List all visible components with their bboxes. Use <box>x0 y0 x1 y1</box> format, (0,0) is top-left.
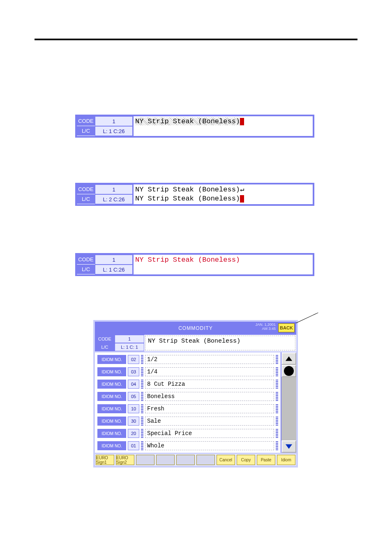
date-text: JAN. 1,2001 <box>255 322 276 327</box>
euro-sign1-button[interactable]: EURO Sign1 <box>96 455 114 465</box>
window-footer: EURO Sign1 EURO Sign2 Cancel Copy Paste … <box>95 453 296 466</box>
euro-sign2-button[interactable]: EURO Sign2 <box>116 455 134 465</box>
back-button[interactable]: BACK <box>278 323 295 332</box>
selected-text: NY Strip Steak (Boneless) <box>135 117 240 125</box>
text-cursor <box>240 195 244 203</box>
idiom-row[interactable]: IDIOM NO.10Fresh <box>97 403 278 415</box>
code-label: CODE <box>95 335 115 343</box>
idiom-no-label: IDIOM NO. <box>97 429 126 438</box>
idiom-text[interactable]: 1/4 <box>145 367 274 376</box>
edit-panel-2: CODE 1 L/C L: 2 C:26 NY Strip Steak (Bon… <box>75 183 314 206</box>
grip-icon <box>276 392 278 401</box>
idiom-no-label: IDIOM NO. <box>97 380 126 389</box>
text-cursor <box>240 118 244 125</box>
grip-icon <box>276 404 278 413</box>
text-line: NY Strip Steak (Boneless) <box>135 256 240 264</box>
paste-button[interactable]: Paste <box>257 455 275 465</box>
lc-label: L/C <box>77 265 95 274</box>
grip-icon <box>141 404 143 413</box>
footer-slot-empty <box>176 455 195 465</box>
svg-point-1 <box>284 366 294 376</box>
idiom-no-value: 04 <box>128 380 139 389</box>
grip-icon <box>276 380 278 389</box>
header-meta: CODE 1 L/C L: 1 C: 1 <box>95 335 144 351</box>
edit-panel-3: CODE 1 L/C L: 1 C:26 NY Strip Steak (Bon… <box>75 253 314 276</box>
idiom-row[interactable]: IDIOM NO.01Whole <box>97 440 278 452</box>
scroll-track[interactable] <box>281 377 296 440</box>
triangle-down-icon <box>285 444 293 449</box>
idiom-rows: IDIOM NO.021/2IDIOM NO.031/4IDIOM NO.048… <box>95 352 281 453</box>
idiom-no-value: 02 <box>128 355 139 364</box>
idiom-text[interactable]: Whole <box>145 441 274 450</box>
idiom-button[interactable]: Idiom <box>277 455 295 465</box>
panel-meta: CODE 1 L/C L: 1 C:26 <box>77 116 133 136</box>
lc-value: L: 1 C: 1 <box>115 343 144 351</box>
grip-icon <box>141 441 143 450</box>
idiom-no-value: 20 <box>128 429 139 438</box>
grip-icon <box>276 429 278 438</box>
page-header-rule <box>35 39 357 40</box>
svg-marker-2 <box>286 444 292 449</box>
idiom-no-label: IDIOM NO. <box>97 417 126 426</box>
grip-icon <box>141 417 143 426</box>
scroll-down-button[interactable] <box>281 440 296 453</box>
code-label: CODE <box>77 184 95 194</box>
idiom-text[interactable]: Special Price <box>145 429 274 438</box>
footer-slot-empty <box>196 455 215 465</box>
lc-label: L/C <box>77 126 95 136</box>
text-line-1: NY Strip Steak (Boneless)↵ <box>135 186 244 193</box>
window-titlebar: COMMODITY JAN. 1,2001 AM 3:45 BACK <box>95 322 296 335</box>
code-value: 1 <box>95 255 133 265</box>
commodity-name-field[interactable]: NY Strip Steak (Boneless) <box>145 336 295 350</box>
scroll-thumb[interactable] <box>281 365 296 377</box>
circle-icon <box>282 364 295 378</box>
grip-icon <box>141 367 143 376</box>
edit-text-area[interactable]: NY Strip Steak (Boneless) <box>133 255 313 274</box>
text-line-2: NY Strip Steak (Boneless) <box>135 195 240 203</box>
idiom-no-value: 01 <box>128 441 139 450</box>
grip-icon <box>141 355 143 364</box>
panel-meta: CODE 1 L/C L: 2 C:26 <box>77 184 133 204</box>
idiom-text[interactable]: Fresh <box>145 404 274 413</box>
idiom-row[interactable]: IDIOM NO.20Special Price <box>97 427 278 440</box>
idiom-no-value: 05 <box>128 392 139 401</box>
scroll-up-button[interactable] <box>281 352 296 365</box>
idiom-row[interactable]: IDIOM NO.05Boneless <box>97 390 278 403</box>
code-label: CODE <box>77 116 95 126</box>
footer-slot-empty <box>156 455 175 465</box>
edit-text-area[interactable]: NY Strip Steak (Boneless) <box>133 116 313 136</box>
grip-icon <box>276 417 278 426</box>
lc-value: L: 1 C:26 <box>95 126 133 136</box>
edit-text-area[interactable]: NY Strip Steak (Boneless)↵ NY Strip Stea… <box>133 184 313 204</box>
idiom-list-area: IDIOM NO.021/2IDIOM NO.031/4IDIOM NO.048… <box>95 352 296 453</box>
commodity-window: COMMODITY JAN. 1,2001 AM 3:45 BACK CODE … <box>93 320 298 467</box>
edit-panel-1: CODE 1 L/C L: 1 C:26 NY Strip Steak (Bon… <box>75 115 314 138</box>
idiom-text[interactable]: Boneless <box>145 392 274 401</box>
cancel-button[interactable]: Cancel <box>217 455 235 465</box>
triangle-up-icon <box>285 356 293 362</box>
idiom-row[interactable]: IDIOM NO.048 Cut Pizza <box>97 378 278 390</box>
lc-label: L/C <box>95 343 115 351</box>
grip-icon <box>276 367 278 376</box>
grip-icon <box>276 355 278 364</box>
idiom-row[interactable]: IDIOM NO.021/2 <box>97 353 278 366</box>
idiom-row[interactable]: IDIOM NO.031/4 <box>97 366 278 378</box>
grip-icon <box>141 380 143 389</box>
code-value: 1 <box>95 184 133 194</box>
idiom-row[interactable]: IDIOM NO.30Sale <box>97 415 278 427</box>
grip-icon <box>141 392 143 401</box>
code-value: 1 <box>95 116 133 126</box>
idiom-no-value: 03 <box>128 367 139 376</box>
idiom-text[interactable]: 8 Cut Pizza <box>145 380 274 389</box>
scrollbar <box>281 352 296 453</box>
code-value: 1 <box>115 335 144 343</box>
grip-icon <box>141 429 143 438</box>
copy-button[interactable]: Copy <box>237 455 255 465</box>
grip-icon <box>276 441 278 450</box>
idiom-no-value: 10 <box>128 404 139 413</box>
lc-label: L/C <box>77 194 95 204</box>
idiom-text[interactable]: Sale <box>145 417 274 426</box>
annotation-leader-line <box>296 313 318 323</box>
idiom-no-label: IDIOM NO. <box>97 404 126 413</box>
idiom-text[interactable]: 1/2 <box>145 355 274 364</box>
